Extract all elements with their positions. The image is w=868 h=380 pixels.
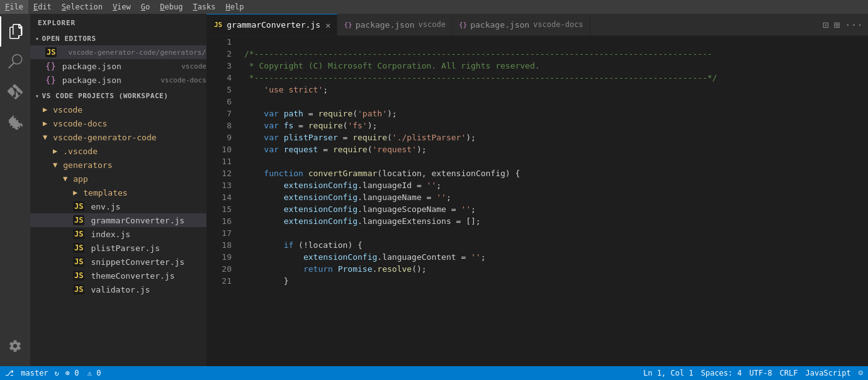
tree-validator-label: validator.js xyxy=(91,285,206,294)
status-right: Ln 1, Col 1 Spaces: 4 UTF-8 CRLF JavaScr… xyxy=(643,369,863,377)
warning-icon: ⚠ xyxy=(87,369,92,377)
tree-env-label: env.js xyxy=(91,202,206,211)
sidebar-header: EXPLORER xyxy=(30,14,206,32)
tree-vscode-label: vscode xyxy=(53,105,206,115)
activity-explorer[interactable] xyxy=(0,16,30,47)
activity-bar xyxy=(0,14,30,366)
folder-collapsed-icon-2: ▶ xyxy=(43,119,47,128)
error-count: 0 xyxy=(74,369,79,377)
js-icon-index: JS xyxy=(73,229,84,239)
tab-json-icon-1: {} xyxy=(344,21,352,29)
tree-vscode-docs[interactable]: ▶ vscode-docs xyxy=(30,116,206,130)
tree-theme-label: themeConverter.js xyxy=(91,271,206,281)
menu-edit[interactable]: Edit xyxy=(28,0,57,14)
tree-plist-js[interactable]: JS plistParser.js xyxy=(30,241,206,255)
tree-generators[interactable]: ▼ generators xyxy=(30,158,206,172)
open-editor-package-docs[interactable]: {} package.json vscode-docs xyxy=(30,73,206,87)
tab-package-docs[interactable]: {} package.json vscode-docs xyxy=(453,14,590,35)
status-branch[interactable]: ⎇ master xyxy=(5,369,48,377)
tree-dot-vscode[interactable]: ▶ .vscode xyxy=(30,144,206,158)
tree-generators-label: generators xyxy=(63,160,206,170)
open-editor-package-docs-label: package.json xyxy=(62,75,155,85)
tree-index-js[interactable]: JS index.js xyxy=(30,227,206,241)
tab-bar: JS grammarConverter.js ✕ {} package.json… xyxy=(206,14,868,36)
tree-vscode-generator[interactable]: ▼ vscode-generator-code xyxy=(30,130,206,144)
status-errors[interactable]: ⊗ 0 ⚠ 0 xyxy=(65,369,101,377)
activity-git[interactable] xyxy=(0,77,30,107)
main-layout: EXPLORER ▾ OPEN EDITORS JS grammarConver… xyxy=(0,14,868,366)
activity-search[interactable] xyxy=(0,47,30,77)
tab-package-docs-label: package.json xyxy=(470,20,529,30)
tab-js-icon: JS xyxy=(213,20,223,30)
menu-debug[interactable]: Debug xyxy=(155,0,188,14)
folder-open-icon-2: ▼ xyxy=(53,160,57,169)
status-left: ⎇ master ↻ ⊗ 0 ⚠ 0 xyxy=(5,369,101,377)
tab-actions: ⊡ ⊞ ··· xyxy=(818,14,868,35)
tab-grammarconverter[interactable]: JS grammarConverter.js ✕ xyxy=(206,14,337,35)
tree-index-label: index.js xyxy=(91,230,206,239)
tree-env-js[interactable]: JS env.js xyxy=(30,199,206,213)
sidebar: EXPLORER ▾ OPEN EDITORS JS grammarConver… xyxy=(30,14,206,366)
menu-help[interactable]: Help xyxy=(221,0,249,14)
tree-templates[interactable]: ▶ templates xyxy=(30,186,206,199)
open-editor-package-vscode-sub: vscode xyxy=(181,62,206,70)
tab-spacer xyxy=(590,14,818,35)
activity-settings[interactable] xyxy=(0,331,30,361)
tree-theme-js[interactable]: JS themeConverter.js xyxy=(30,269,206,282)
split-editor-icon[interactable]: ⊡ xyxy=(823,19,829,31)
workspace-section[interactable]: ▾ VS CODE PROJECTS (WORKSPACE) xyxy=(30,89,206,103)
status-spaces[interactable]: Spaces: 4 xyxy=(701,369,741,377)
toggle-sidebar-icon[interactable]: ⊞ xyxy=(833,19,840,31)
tree-vscode-docs-label: vscode-docs xyxy=(53,119,206,128)
status-branch-label: master xyxy=(21,369,48,377)
tree-validator-js[interactable]: JS validator.js xyxy=(30,282,206,296)
status-bar: ⎇ master ↻ ⊗ 0 ⚠ 0 Ln 1, Col 1 Spaces: 4… xyxy=(0,366,868,380)
menu-file[interactable]: File xyxy=(0,0,28,14)
tree-app[interactable]: ▼ app xyxy=(30,172,206,186)
tree-plist-label: plistParser.js xyxy=(91,243,206,253)
menu-selection[interactable]: Selection xyxy=(57,0,108,14)
status-sync[interactable]: ↻ xyxy=(55,369,59,377)
branch-icon: ⎇ xyxy=(5,369,14,377)
code-content[interactable]: /*--------------------------------------… xyxy=(238,36,868,366)
tree-templates-label: templates xyxy=(83,188,206,198)
js-file-icon: JS xyxy=(45,47,57,57)
js-icon-validator: JS xyxy=(73,284,84,294)
tree-grammarconverter[interactable]: JS grammarConverter.js xyxy=(30,213,206,227)
menu-bar: File Edit Selection View Go Debug Tasks … xyxy=(0,0,868,14)
js-icon-grammar: JS xyxy=(73,215,84,225)
status-position[interactable]: Ln 1, Col 1 xyxy=(643,369,693,377)
open-editors-chevron: ▾ xyxy=(35,35,40,42)
js-icon-plist: JS xyxy=(73,243,84,253)
tab-package-vscode[interactable]: {} package.json vscode xyxy=(337,14,453,35)
tree-vscode-generator-label: vscode-generator-code xyxy=(53,133,206,142)
menu-go[interactable]: Go xyxy=(136,0,155,14)
menu-view[interactable]: View xyxy=(108,0,136,14)
open-editor-package-vscode[interactable]: {} package.json vscode xyxy=(30,59,206,73)
status-smiley[interactable]: ☺ xyxy=(859,369,863,377)
open-editors-label: OPEN EDITORS xyxy=(42,35,96,43)
editor-area: JS grammarConverter.js ✕ {} package.json… xyxy=(206,14,868,366)
open-editors-section[interactable]: ▾ OPEN EDITORS xyxy=(30,32,206,45)
activity-extensions[interactable] xyxy=(0,107,30,137)
tab-json-icon-2: {} xyxy=(459,21,467,29)
status-encoding[interactable]: UTF-8 xyxy=(749,369,772,377)
js-icon-theme: JS xyxy=(73,271,84,281)
menu-tasks[interactable]: Tasks xyxy=(188,0,220,14)
tree-snippet-js[interactable]: JS snippetConverter.js xyxy=(30,255,206,269)
workspace-chevron: ▾ xyxy=(35,92,40,99)
error-icon: ⊗ xyxy=(65,369,70,377)
status-language[interactable]: JavaScript xyxy=(806,369,851,377)
open-editor-package-vscode-label: package.json xyxy=(62,62,176,71)
folder-open-icon: ▼ xyxy=(43,133,47,142)
tree-snippet-label: snippetConverter.js xyxy=(91,257,206,267)
tab-grammarconverter-close[interactable]: ✕ xyxy=(325,21,330,30)
tree-vscode[interactable]: ▶ vscode xyxy=(30,103,206,116)
json-file-icon: {} xyxy=(45,61,56,71)
status-line-ending[interactable]: CRLF xyxy=(780,369,798,377)
more-actions-icon[interactable]: ··· xyxy=(845,19,863,31)
tab-package-docs-sub: vscode-docs xyxy=(533,20,583,29)
sync-icon: ↻ xyxy=(55,369,59,377)
open-editor-grammarconverter[interactable]: JS grammarConverter.js vscode-generator-… xyxy=(30,45,206,59)
open-editor-package-docs-sub: vscode-docs xyxy=(161,76,206,84)
